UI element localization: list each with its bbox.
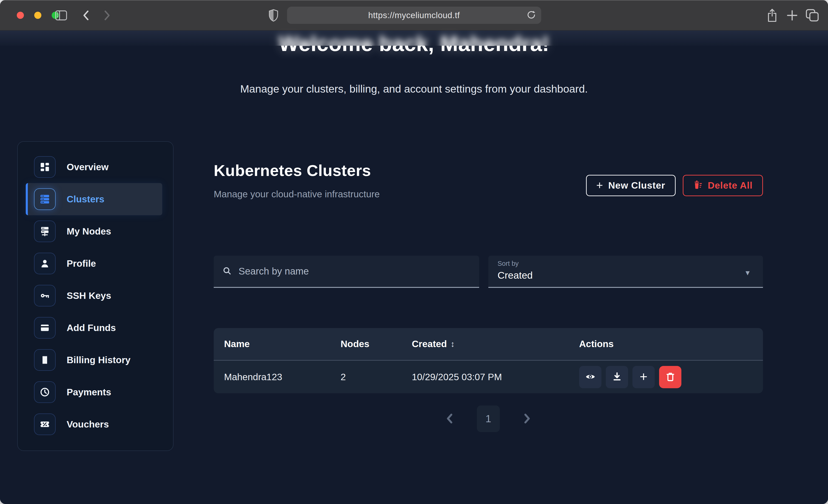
table-row: Mahendra123 2 10/29/2025 03:07 PM (214, 361, 763, 393)
trash-lines-icon (693, 179, 703, 192)
cluster-created: 10/29/2025 03:07 PM (412, 372, 579, 382)
delete-all-button[interactable]: Delete All (683, 175, 763, 196)
card-icon (34, 317, 55, 339)
sidebar-item-profile[interactable]: Profile (26, 247, 162, 280)
tab-overview-icon[interactable] (805, 9, 820, 22)
new-cluster-label: New Cluster (608, 180, 665, 191)
sort-value: Created (498, 270, 754, 281)
privacy-shield-icon[interactable] (268, 9, 279, 22)
key-icon (34, 285, 55, 306)
sidebar-item-label: Overview (67, 162, 109, 172)
address-bar[interactable]: https://myceliumcloud.tf (287, 7, 541, 24)
delete-all-label: Delete All (708, 180, 753, 191)
sidebar-item-label: Vouchers (67, 419, 109, 430)
pagination: 1 (214, 406, 763, 432)
sidebar-item-label: Billing History (67, 355, 130, 366)
sidebar-item-payments[interactable]: Payments (26, 376, 162, 408)
reload-icon[interactable] (526, 10, 537, 21)
sidebar-item-label: Payments (67, 387, 111, 397)
plus-icon: + (640, 370, 648, 383)
url-text: https://myceliumcloud.tf (368, 10, 460, 20)
clock-icon (34, 381, 55, 403)
col-header-created[interactable]: Created ↕ (412, 339, 579, 349)
sidebar-item-label: Add Funds (67, 323, 116, 333)
search-input[interactable] (238, 265, 471, 277)
dashboard-page: Welcome back, Mahendra! Manage your clus… (0, 31, 828, 504)
window-controls (17, 12, 59, 19)
row-actions: + (579, 366, 763, 388)
new-cluster-button[interactable]: + New Cluster (586, 175, 676, 196)
download-kubeconfig-button[interactable] (606, 366, 628, 388)
add-node-button[interactable]: + (632, 366, 655, 388)
minimize-window-button[interactable] (34, 12, 41, 19)
receipt-icon (34, 349, 55, 371)
delete-cluster-button[interactable] (659, 366, 681, 388)
sidebar-item-billing-history[interactable]: Billing History (26, 344, 162, 376)
filter-row: Sort by Created ▼ (214, 256, 763, 288)
table-header-row: Name Nodes Created ↕ Actions (214, 328, 763, 361)
header-actions: + New Cluster (586, 175, 763, 196)
search-icon (222, 266, 232, 277)
sidebar-item-ssh-keys[interactable]: SSH Keys (26, 280, 162, 312)
back-button[interactable] (81, 9, 91, 22)
clusters-table: Name Nodes Created ↕ Actions Mahendra123… (214, 328, 763, 393)
clusters-main: Kubernetes Clusters Manage your cloud-na… (214, 162, 763, 200)
trash-icon (665, 372, 676, 383)
search-field[interactable] (214, 256, 479, 288)
dashboard-icon (34, 156, 55, 178)
browser-window: https://myceliumcloud.tf (0, 0, 828, 504)
frosted-header-band (0, 31, 828, 46)
ticket-icon (34, 414, 55, 435)
sidebar-item-label: Profile (67, 258, 96, 269)
download-icon (612, 372, 622, 383)
sidebar-item-overview[interactable]: Overview (26, 151, 162, 183)
page-number-button[interactable]: 1 (477, 406, 500, 432)
eye-icon (585, 371, 596, 383)
sidebar-nav: Overview (17, 141, 173, 451)
view-cluster-button[interactable] (579, 366, 602, 388)
cluster-name: Mahendra123 (224, 372, 341, 382)
col-header-actions: Actions (579, 339, 763, 349)
sidebar-item-label: SSH Keys (67, 290, 111, 301)
share-icon[interactable] (766, 8, 778, 23)
sort-updown-icon: ↕ (451, 339, 455, 349)
sidebar-item-vouchers[interactable]: Vouchers (26, 408, 162, 440)
new-tab-icon[interactable] (786, 9, 798, 22)
col-header-nodes: Nodes (341, 339, 412, 349)
sidebar-item-label: My Nodes (67, 226, 111, 237)
caret-down-icon: ▼ (744, 269, 751, 277)
sort-select[interactable]: Sort by Created ▼ (488, 256, 763, 288)
sidebar-item-add-funds[interactable]: Add Funds (26, 312, 162, 344)
sidebar-item-my-nodes[interactable]: My Nodes (26, 215, 162, 247)
page-subtitle: Manage your clusters, billing, and accou… (0, 82, 828, 95)
browser-toolbar: https://myceliumcloud.tf (0, 0, 828, 31)
person-icon (34, 253, 55, 274)
nodes-icon (34, 220, 55, 242)
sidebar-toggle-icon[interactable] (55, 10, 67, 20)
col-header-name: Name (224, 339, 341, 349)
close-window-button[interactable] (17, 12, 24, 19)
sidebar-item-clusters[interactable]: Clusters (26, 183, 162, 215)
cluster-nodes: 2 (341, 372, 412, 382)
created-header-label: Created (412, 339, 447, 349)
sort-label: Sort by (498, 260, 754, 267)
sidebar-item-label: Clusters (67, 194, 104, 205)
forward-button[interactable] (101, 9, 112, 22)
plus-icon: + (596, 179, 603, 191)
servers-icon (34, 188, 55, 210)
next-page-button[interactable] (522, 413, 532, 425)
previous-page-button[interactable] (445, 413, 455, 425)
